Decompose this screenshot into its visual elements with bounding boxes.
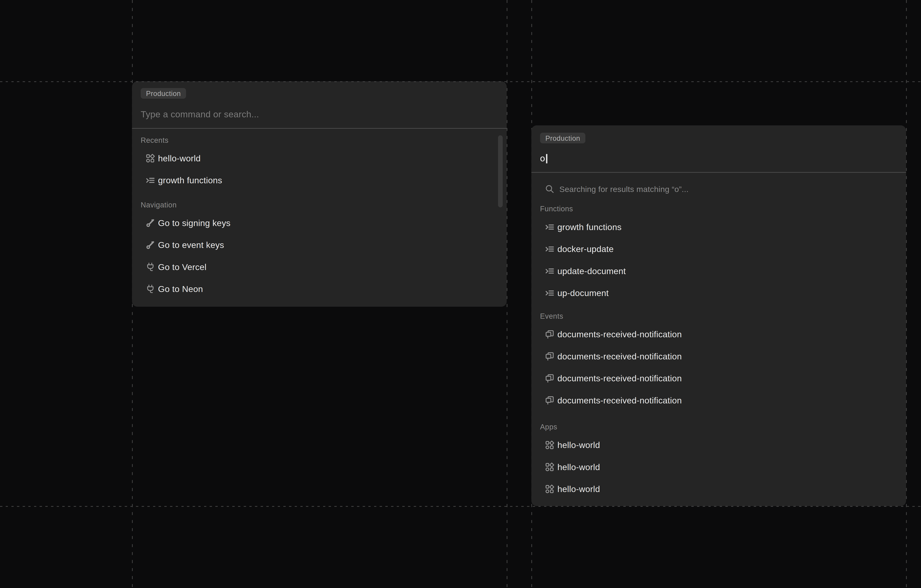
- canvas: Production Type a command or search... R…: [0, 0, 921, 588]
- command-item[interactable]: growth functions: [132, 169, 507, 191]
- command-item[interactable]: update-document: [531, 260, 906, 282]
- section-recents: Recentshello-worldgrowth functions: [132, 135, 507, 191]
- section-functions: Functionsgrowth functionsdocker-updateup…: [531, 204, 906, 304]
- event-icon: [545, 373, 555, 383]
- function-icon: [545, 288, 555, 298]
- command-item-label: Go to event keys: [158, 240, 224, 250]
- results-list: Searching for results matching “o”... Fu…: [531, 173, 906, 500]
- command-item-label: Go to Vercel: [158, 262, 207, 272]
- palette-header: Production Type a command or search...: [132, 81, 507, 128]
- command-item-label: documents-received-notification: [557, 351, 682, 361]
- command-item-label: docker-update: [557, 244, 614, 254]
- command-item-label: hello-world: [557, 484, 600, 494]
- section-label: Events: [531, 311, 906, 321]
- text-cursor: [546, 154, 547, 163]
- section-label: Functions: [531, 204, 906, 214]
- command-item-label: documents-received-notification: [557, 395, 682, 405]
- command-item[interactable]: Go to signing keys: [132, 212, 507, 234]
- search-status: Searching for results matching “o”...: [531, 178, 906, 200]
- command-item[interactable]: documents-received-notification: [531, 389, 906, 411]
- command-item-label: Go to Neon: [158, 284, 203, 294]
- command-item-label: up-document: [557, 288, 609, 298]
- layout-guide-horizontal-2: [0, 506, 921, 507]
- event-icon: [545, 329, 555, 339]
- apps-icon: [145, 153, 155, 163]
- command-item-label: hello-world: [557, 440, 600, 450]
- section-label: Apps: [531, 422, 906, 432]
- layout-guide-horizontal-1: [0, 81, 921, 82]
- apps-icon: [545, 440, 555, 450]
- function-icon: [545, 244, 555, 254]
- command-item[interactable]: hello-world: [531, 478, 906, 500]
- command-item[interactable]: docker-update: [531, 238, 906, 260]
- key-icon: [145, 240, 155, 250]
- command-item[interactable]: hello-world: [531, 434, 906, 456]
- command-item[interactable]: Go to event keys: [132, 234, 507, 256]
- command-item[interactable]: growth functions: [531, 216, 906, 238]
- command-item-label: hello-world: [557, 462, 600, 472]
- section-navigation: NavigationGo to signing keysGo to event …: [132, 200, 507, 300]
- apps-icon: [545, 462, 555, 472]
- command-item-label: hello-world: [158, 153, 201, 163]
- command-palette-right: Production o Searching for results match…: [531, 125, 906, 506]
- command-item[interactable]: Go to Neon: [132, 278, 507, 300]
- command-item-label: documents-received-notification: [557, 329, 682, 339]
- section-label: Navigation: [132, 200, 507, 210]
- section-events: Eventsdocuments-received-notificationdoc…: [531, 311, 906, 411]
- command-item-label: update-document: [557, 266, 626, 276]
- environment-badge: Production: [141, 88, 186, 99]
- command-item[interactable]: hello-world: [531, 456, 906, 478]
- environment-badge: Production: [540, 133, 586, 143]
- key-icon: [145, 218, 155, 228]
- section-label: Recents: [132, 135, 507, 145]
- plug-icon: [145, 262, 155, 272]
- command-input[interactable]: o: [540, 153, 547, 164]
- plug-icon: [145, 284, 155, 294]
- command-item-label: Go to signing keys: [158, 218, 231, 228]
- command-input[interactable]: Type a command or search...: [141, 109, 259, 120]
- search-icon: [545, 184, 555, 194]
- event-icon: [545, 351, 555, 361]
- command-item[interactable]: documents-received-notification: [531, 367, 906, 389]
- event-icon: [545, 395, 555, 405]
- command-item[interactable]: documents-received-notification: [531, 345, 906, 367]
- command-item-label: growth functions: [158, 175, 222, 185]
- command-item-label: growth functions: [557, 222, 622, 232]
- command-item-label: documents-received-notification: [557, 373, 682, 383]
- function-icon: [545, 266, 555, 276]
- function-icon: [145, 175, 155, 185]
- command-palette-left: Production Type a command or search... R…: [132, 81, 507, 307]
- search-status-text: Searching for results matching “o”...: [560, 184, 688, 194]
- command-input-placeholder: Type a command or search...: [141, 109, 259, 119]
- apps-icon: [545, 484, 555, 494]
- command-input-value: o: [540, 153, 545, 163]
- results-list: Recentshello-worldgrowth functionsNaviga…: [132, 129, 507, 300]
- command-item[interactable]: Go to Vercel: [132, 256, 507, 278]
- command-item[interactable]: up-document: [531, 282, 906, 304]
- function-icon: [545, 222, 555, 232]
- command-item[interactable]: documents-received-notification: [531, 323, 906, 345]
- scrollbar-thumb[interactable]: [498, 135, 503, 207]
- command-item[interactable]: hello-world: [132, 147, 507, 169]
- palette-header: Production o: [531, 125, 906, 172]
- section-apps: Appshello-worldhello-worldhello-world: [531, 422, 906, 500]
